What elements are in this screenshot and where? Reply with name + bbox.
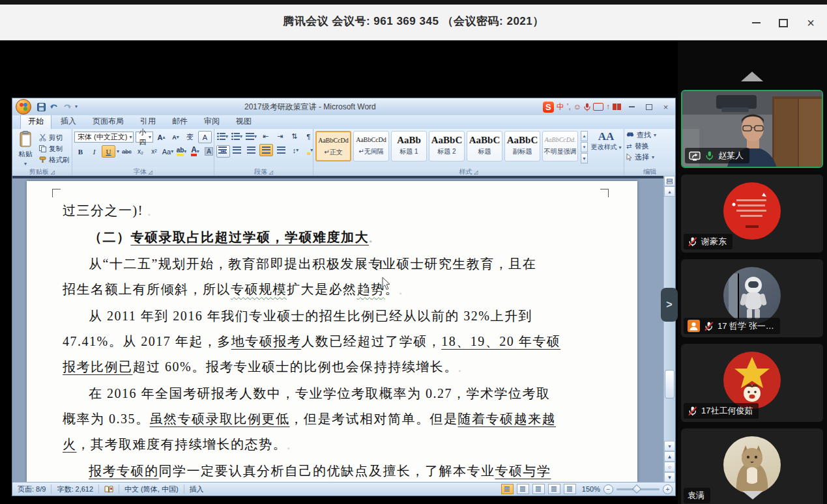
view-fullscreen-icon[interactable] xyxy=(517,484,529,494)
panel-expand-button[interactable]: > xyxy=(661,288,678,322)
next-page-icon[interactable]: ▼ xyxy=(664,472,675,483)
ribbon-tab-4[interactable]: 引用 xyxy=(133,115,163,129)
style-item-3[interactable]: AaBb标题 1 xyxy=(391,131,427,161)
ime-emoji-icon[interactable]: ☺ xyxy=(573,102,581,111)
scroll-down-icon[interactable]: ▾ xyxy=(664,441,675,451)
participant-tile-4[interactable]: 17社工何俊茹 xyxy=(681,344,823,422)
panel-scroll-down-icon[interactable] xyxy=(742,491,763,499)
style-item-1[interactable]: AaBbCcDd↵正文 xyxy=(315,131,351,161)
ime-keyboard-icon[interactable] xyxy=(593,103,603,111)
format-painter-button[interactable]: 格式刷 xyxy=(39,155,70,165)
style-item-4[interactable]: AaBbC标题 2 xyxy=(429,131,465,161)
character-shading-button[interactable]: A xyxy=(203,146,215,157)
ime-mic-icon[interactable] xyxy=(584,103,590,111)
pinyin-guide-button[interactable]: 变 xyxy=(184,132,196,143)
superscript-button[interactable]: x² xyxy=(148,146,160,157)
ribbon-tab-7[interactable]: 视图 xyxy=(229,115,259,129)
find-button[interactable]: 查找▾ xyxy=(626,130,673,140)
cut-button[interactable]: 剪切 xyxy=(39,133,70,143)
numbering-button[interactable]: ▾ xyxy=(231,131,243,142)
undo-icon[interactable] xyxy=(49,102,59,112)
scroll-up-icon[interactable]: ▴ xyxy=(664,186,675,197)
change-styles-button[interactable]: AA 更改样式 ▾ xyxy=(590,131,622,152)
paste-button[interactable]: 粘贴▾ xyxy=(14,131,36,167)
word-close-icon[interactable]: × xyxy=(660,102,671,112)
change-case-button[interactable]: Aa▾ xyxy=(162,146,174,157)
style-item-6[interactable]: AaBbC副标题 xyxy=(504,131,540,161)
align-left-button[interactable] xyxy=(216,145,229,156)
view-draft-icon[interactable] xyxy=(564,484,576,494)
status-page[interactable]: 页面: 8/9 xyxy=(12,484,51,494)
ribbon-tab-2[interactable]: 插入 xyxy=(53,115,83,129)
status-proofing[interactable] xyxy=(99,484,119,494)
document-text[interactable]: 过三分之一)! 。（二）专硕录取占比超过学硕，学硕难度加大。从“十二五”规划开始… xyxy=(63,198,610,483)
document-page[interactable]: 过三分之一)! 。（二）专硕录取占比超过学硕，学硕难度加大。从“十二五”规划开始… xyxy=(27,181,637,483)
character-border-button[interactable]: A xyxy=(198,131,212,143)
style-item-7[interactable]: AaBbCcDd.不明显强调 xyxy=(542,131,578,161)
decrease-indent-button[interactable]: ⇤ xyxy=(259,131,272,142)
view-web-layout-icon[interactable] xyxy=(532,484,545,494)
style-item-5[interactable]: AaBbC标题 xyxy=(467,131,502,161)
ime-punct-icon[interactable]: ’, xyxy=(567,102,571,111)
bullets-button[interactable]: ▾ xyxy=(216,131,229,142)
office-button-icon[interactable] xyxy=(16,99,31,115)
ribbon-tab-1[interactable]: 开始 xyxy=(20,114,51,129)
bold-button[interactable]: B xyxy=(74,146,87,157)
panel-collapse-icon[interactable] xyxy=(741,72,763,81)
justify-button[interactable] xyxy=(259,144,273,156)
zoom-slider-handle[interactable] xyxy=(632,484,641,493)
distribute-button[interactable] xyxy=(275,145,287,156)
word-restore-icon[interactable] xyxy=(643,102,654,112)
zoom-level[interactable]: 150% xyxy=(582,485,600,493)
close-icon[interactable]: × xyxy=(805,17,817,29)
style-item-2[interactable]: AaBbCcDd↵无间隔 xyxy=(353,131,389,161)
save-icon[interactable] xyxy=(36,102,46,112)
participant-tile-1[interactable]: 赵某人 xyxy=(681,90,823,168)
group-label-styles[interactable]: 样式 ◿ xyxy=(313,167,624,176)
align-center-button[interactable] xyxy=(231,145,243,156)
word-minimize-icon[interactable] xyxy=(626,102,637,112)
browse-object-icon[interactable]: ○ xyxy=(664,462,675,472)
participant-tile-2[interactable]: 谢豪东 xyxy=(681,175,823,253)
gallery-more-icon[interactable]: ▼ xyxy=(581,153,588,163)
view-outline-icon[interactable] xyxy=(548,484,560,494)
align-right-button[interactable] xyxy=(245,145,257,156)
ribbon-tab-5[interactable]: 邮件 xyxy=(165,115,195,129)
group-label-font[interactable]: 字体 ◿ xyxy=(72,167,214,176)
multilevel-list-button[interactable]: ▾ xyxy=(245,131,257,142)
grow-font-button[interactable]: A▴ xyxy=(155,132,167,143)
gallery-down-icon[interactable]: ▾ xyxy=(581,142,588,152)
zoom-out-icon[interactable]: − xyxy=(603,484,613,494)
minimize-icon[interactable] xyxy=(750,17,762,29)
underline-button[interactable]: U xyxy=(102,145,115,158)
view-print-layout-icon[interactable] xyxy=(501,484,514,494)
text-highlight-button[interactable]: ab▾ xyxy=(175,146,188,157)
italic-button[interactable]: I xyxy=(88,146,100,157)
status-insert-mode[interactable]: 插入 xyxy=(184,484,209,494)
scrollbar-thumb[interactable] xyxy=(665,370,675,399)
copy-button[interactable]: 复制 xyxy=(39,144,70,154)
zoom-slider[interactable] xyxy=(617,488,660,490)
ime-toolbox-icon[interactable] xyxy=(613,104,621,110)
shrink-font-button[interactable]: A▾ xyxy=(169,132,182,143)
participant-tile-3[interactable]: 17 哲学 张一… xyxy=(681,259,823,337)
ime-up-icon[interactable]: ↑ xyxy=(606,102,610,111)
replace-button[interactable]: ⇄ 替换 xyxy=(626,141,673,151)
line-spacing-button[interactable]: ↕▾ xyxy=(289,145,302,156)
ime-logo-icon[interactable]: S xyxy=(543,102,554,113)
group-label-paragraph[interactable]: 段落 ◿ xyxy=(214,167,313,176)
redo-icon[interactable] xyxy=(62,102,72,112)
ribbon-tab-6[interactable]: 审阅 xyxy=(197,115,227,129)
strikethrough-button[interactable]: abc xyxy=(121,146,133,157)
ribbon-tab-3[interactable]: 页面布局 xyxy=(85,115,131,129)
font-size-combo[interactable]: 小四▾ xyxy=(136,132,153,143)
status-wordcount[interactable]: 字数: 2,612 xyxy=(51,484,99,494)
zoom-in-icon[interactable]: + xyxy=(663,484,673,494)
select-button[interactable]: 选择▾ xyxy=(626,152,673,162)
ime-mode-icon[interactable]: 中 xyxy=(557,102,564,113)
font-name-combo[interactable]: 宋体 (中文正文)▾ xyxy=(74,132,134,143)
gallery-up-icon[interactable]: ▴ xyxy=(581,131,588,141)
previous-page-icon[interactable]: ▲ xyxy=(664,451,675,462)
maximize-icon[interactable] xyxy=(777,17,789,29)
sort-button[interactable]: ⇅ xyxy=(288,131,300,142)
